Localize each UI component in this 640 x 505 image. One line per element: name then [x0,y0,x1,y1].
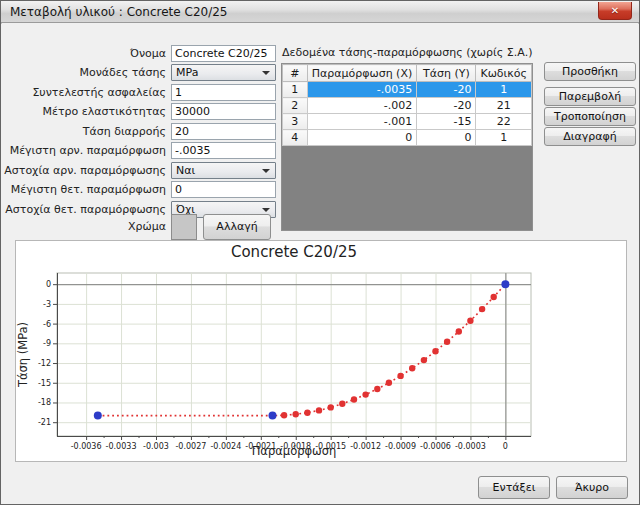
svg-text:-0.0036: -0.0036 [71,442,102,451]
max-pos-strain-label: Μέγιστη θετ. παραμόρφωση [1,181,166,198]
chart-data-point [386,380,392,386]
chart-data-point [351,396,357,402]
title-bar[interactable]: Μεταβολή υλικού : Concrete C20/25 ✕ [1,1,639,23]
table-cell[interactable]: 1 [476,82,532,98]
table-cell[interactable]: 3 [283,114,308,130]
modify-button[interactable]: Τροποποίηση [544,107,636,126]
stress-strain-chart: -0.0036-0.0033-0.003-0.0027-0.0024-0.002… [15,240,627,462]
table-cell[interactable]: 21 [476,98,532,114]
svg-text:-15: -15 [38,379,51,388]
max-neg-strain-input[interactable] [171,142,276,159]
table-cell[interactable]: 4 [283,130,308,146]
delete-button[interactable]: Διαγραφή [544,127,636,146]
yield-stress-label: Τάση διαρροής [1,123,166,140]
material-edit-dialog: Μεταβολή υλικού : Concrete C20/25 ✕ Όνομ… [0,0,640,505]
chart-data-point [374,386,380,392]
x-axis-label: Παραμόρφωση [252,444,337,458]
svg-text:-18: -18 [38,398,51,407]
chart-data-point [501,280,509,288]
close-icon[interactable]: ✕ [598,2,632,20]
chevron-down-icon [262,169,270,173]
chart-data-point [328,404,334,410]
elastic-modulus-input[interactable] [171,103,276,120]
table-cell[interactable]: 22 [476,114,532,130]
table-cell[interactable]: 0 [307,130,417,146]
svg-text:-0.0003: -0.0003 [455,442,486,451]
chart-data-point [432,348,438,354]
table-cell[interactable]: -15 [417,114,476,130]
name-input[interactable] [171,45,276,62]
stress-strain-grid[interactable]: #Παραμόρφωση (X)Τάση (Y)Κωδικός 1-.0035-… [281,63,533,231]
stress-units-select[interactable]: MPa [171,64,276,81]
dialog-client-area: Όνομα Μονάδες τάσης MPa Συντελεστής ασφα… [1,24,639,504]
column-header[interactable]: Κωδικός [476,65,532,82]
chart-data-point [293,411,299,417]
color-label: Χρώμα [1,214,166,240]
table-cell[interactable]: 1 [283,82,308,98]
chart-data-point [456,328,462,334]
svg-text:0: 0 [46,280,51,289]
column-header[interactable]: # [283,65,308,82]
safety-factor-input[interactable] [171,84,276,101]
ok-button[interactable]: Εντάξει [478,476,550,499]
table-row[interactable]: 1-.0035-201 [283,82,532,98]
chart-svg: -0.0036-0.0033-0.003-0.0027-0.0024-0.002… [16,241,626,461]
column-header[interactable]: Παραμόρφωση (X) [307,65,417,82]
table-cell[interactable]: -.001 [307,114,417,130]
svg-text:-6: -6 [43,320,51,329]
table-row[interactable]: 3-.001-1522 [283,114,532,130]
chevron-down-icon [262,208,270,212]
table-header-row[interactable]: #Παραμόρφωση (X)Τάση (Y)Κωδικός [283,65,532,82]
chart-data-point [316,407,322,413]
chart-data-point [491,294,497,300]
svg-text:-3: -3 [43,300,51,309]
neg-strain-failure-value: Ναι [176,164,195,177]
chart-data-point [339,401,345,407]
svg-text:-0.0006: -0.0006 [420,442,451,451]
name-label: Όνομα [1,45,166,62]
chart-data-point [397,373,403,379]
svg-text:-0.0012: -0.0012 [350,442,381,451]
chart-data-point [479,306,485,312]
table-caption: Δεδομένα τάσης-παραμόρφωσης (χωρίς Σ.Α.) [282,46,532,59]
chart-data-point [421,357,427,363]
safety-factor-label: Συντελεστής ασφαλείας [1,84,166,101]
chart-data-point [444,339,450,345]
color-swatch[interactable] [171,214,197,240]
table-row[interactable]: 2-.002-2021 [283,98,532,114]
column-header[interactable]: Τάση (Y) [417,65,476,82]
svg-text:-0.0033: -0.0033 [106,442,137,451]
table-cell[interactable]: 0 [417,130,476,146]
interpolate-button[interactable]: Παρεμβολή [544,87,636,106]
table-cell[interactable]: -20 [417,82,476,98]
yield-stress-input[interactable] [171,123,276,140]
table-cell[interactable]: -.002 [307,98,417,114]
elastic-modulus-label: Μέτρο ελαστικότητας [1,103,166,120]
chart-data-point [362,391,368,397]
max-pos-strain-input[interactable] [171,181,276,198]
svg-text:-21: -21 [38,418,51,427]
neg-strain-failure-select[interactable]: Ναι [171,162,276,179]
svg-text:-0.0027: -0.0027 [175,442,206,451]
stress-units-label: Μονάδες τάσης [1,64,166,81]
table-cell[interactable]: 1 [476,130,532,146]
table-cell[interactable]: -20 [417,98,476,114]
chart-data-point [409,365,415,371]
chart-data-point [94,412,102,420]
table-cell[interactable]: -.0035 [307,82,417,98]
chart-title: Concrete C20/25 [231,243,357,261]
chart-data-point [281,412,287,418]
max-neg-strain-label: Μέγιστη αρν. παραμόρφωση [1,142,166,159]
cancel-button[interactable]: Άκυρο [556,476,628,499]
chevron-down-icon [262,71,270,75]
chart-data-point [467,318,473,324]
change-color-button[interactable]: Αλλαγή [203,214,271,240]
chart-data-point [269,412,277,420]
svg-text:-0.0009: -0.0009 [385,442,416,451]
add-button[interactable]: Προσθήκη [544,62,636,81]
table-cell[interactable]: 2 [283,98,308,114]
svg-text:-12: -12 [38,359,51,368]
table-row[interactable]: 4001 [283,130,532,146]
stress-units-value: MPa [176,66,198,79]
window-title: Μεταβολή υλικού : Concrete C20/25 [1,5,227,19]
